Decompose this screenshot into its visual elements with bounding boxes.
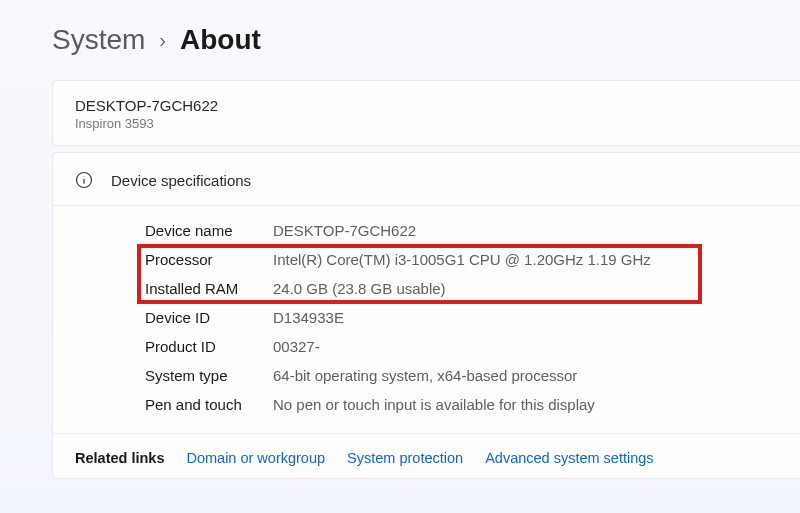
device-specifications-card: Device specifications Device name DESKTO… — [52, 152, 800, 479]
label-system-type: System type — [145, 367, 273, 384]
value-device-id: D134933E — [273, 309, 344, 326]
value-product-id: 00327- — [273, 338, 320, 355]
specs-body: Device name DESKTOP-7GCH622 Processor In… — [53, 206, 800, 433]
row-device-id: Device ID D134933E — [145, 303, 789, 332]
svg-point-2 — [84, 176, 85, 177]
value-installed-ram: 24.0 GB (23.8 GB usable) — [273, 280, 446, 297]
related-links-label: Related links — [75, 450, 164, 466]
label-pen-touch: Pen and touch — [145, 396, 273, 413]
breadcrumb-parent[interactable]: System — [52, 24, 145, 56]
link-advanced-system-settings[interactable]: Advanced system settings — [485, 450, 653, 466]
label-device-name: Device name — [145, 222, 273, 239]
specs-title: Device specifications — [111, 172, 251, 189]
breadcrumb-current: About — [180, 24, 261, 56]
breadcrumb: System › About — [52, 24, 800, 56]
label-product-id: Product ID — [145, 338, 273, 355]
value-device-name: DESKTOP-7GCH622 — [273, 222, 416, 239]
value-system-type: 64-bit operating system, x64-based proce… — [273, 367, 577, 384]
related-links-bar: Related links Domain or workgroup System… — [53, 433, 800, 478]
row-installed-ram: Installed RAM 24.0 GB (23.8 GB usable) — [145, 274, 789, 303]
specs-header[interactable]: Device specifications — [53, 153, 800, 206]
value-pen-touch: No pen or touch input is available for t… — [273, 396, 595, 413]
row-processor: Processor Intel(R) Core(TM) i3-1005G1 CP… — [145, 245, 789, 274]
link-system-protection[interactable]: System protection — [347, 450, 463, 466]
label-device-id: Device ID — [145, 309, 273, 326]
about-page: System › About DESKTOP-7GCH622 Inspiron … — [0, 0, 800, 479]
info-icon — [75, 171, 93, 189]
chevron-right-icon: › — [159, 29, 166, 52]
row-system-type: System type 64-bit operating system, x64… — [145, 361, 789, 390]
device-model: Inspiron 3593 — [75, 116, 789, 131]
link-domain-workgroup[interactable]: Domain or workgroup — [186, 450, 325, 466]
label-installed-ram: Installed RAM — [145, 280, 273, 297]
value-processor: Intel(R) Core(TM) i3-1005G1 CPU @ 1.20GH… — [273, 251, 651, 268]
row-product-id: Product ID 00327- — [145, 332, 789, 361]
device-card: DESKTOP-7GCH622 Inspiron 3593 — [52, 80, 800, 146]
row-pen-touch: Pen and touch No pen or touch input is a… — [145, 390, 789, 419]
row-device-name: Device name DESKTOP-7GCH622 — [145, 216, 789, 245]
device-name: DESKTOP-7GCH622 — [75, 97, 789, 114]
label-processor: Processor — [145, 251, 273, 268]
